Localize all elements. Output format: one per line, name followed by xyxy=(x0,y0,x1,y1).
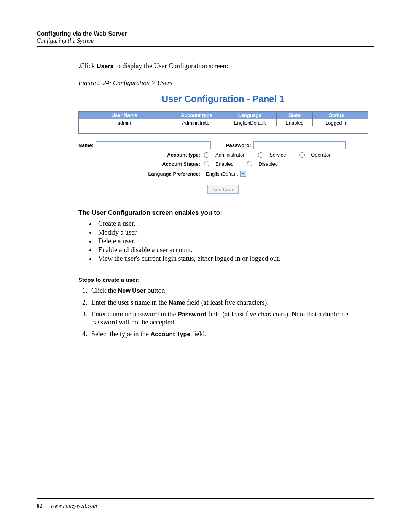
cell-username: admin xyxy=(79,119,170,126)
radio-operator[interactable] xyxy=(299,152,305,158)
radio-enabled[interactable] xyxy=(204,161,209,166)
step-item: Click the New User button. xyxy=(89,287,374,295)
step-item: Select the type in the Account Type fiel… xyxy=(89,330,374,338)
page-number: 62 xyxy=(37,503,42,509)
account-type-options: Administrator Service Operator xyxy=(204,152,343,158)
language-pref-label: Language Preference: xyxy=(139,171,200,177)
list-item: Modify a user. xyxy=(96,228,374,236)
name-label: Name: xyxy=(78,142,94,148)
step-text: field (at least five characters). xyxy=(185,299,269,306)
cell-status: Logged In xyxy=(313,119,360,126)
page-footer: 62 www.honeywell.com xyxy=(37,495,374,509)
opt-enabled: Enabled xyxy=(215,161,234,167)
intro-suffix: to display the User Configuration screen… xyxy=(113,62,228,70)
user-config-screenshot: User Configuration - Panel 1 User Name A… xyxy=(78,94,368,194)
intro-link-word: Users xyxy=(97,63,113,69)
intro-text: .Click Users to display the User Configu… xyxy=(78,62,374,70)
th-account-type: Account type xyxy=(170,112,223,119)
chevron-down-icon xyxy=(240,171,246,177)
list-item: View the user's current login status, ei… xyxy=(96,255,374,263)
radio-disabled[interactable] xyxy=(247,161,252,166)
intro-prefix: .Click xyxy=(78,62,97,70)
radio-service[interactable] xyxy=(258,152,263,158)
account-status-options: Enabled Disabled xyxy=(204,161,290,167)
password-label: Password: xyxy=(226,142,251,148)
user-table: User Name Account type Language State St… xyxy=(78,111,368,134)
step-text: field. xyxy=(190,330,206,338)
page-header: Configuring via the Web Server Configuri… xyxy=(37,30,374,47)
cell-account-type: Administrator xyxy=(170,119,223,126)
list-item: Delete a user. xyxy=(96,237,374,245)
th-blank xyxy=(360,112,368,119)
add-user-button[interactable]: Add User xyxy=(207,185,239,194)
th-language: Language xyxy=(223,112,277,119)
cell-state: Enabled xyxy=(277,119,313,126)
table-empty-area xyxy=(79,126,368,134)
step-text: Click the xyxy=(91,287,118,294)
figure-caption: Figure 2-24: Configuration > Users xyxy=(78,79,374,87)
enables-heading: The User Configuration screen enables yo… xyxy=(78,209,374,217)
list-item: Enable and disable a user account. xyxy=(96,246,374,254)
th-state: State xyxy=(277,112,313,119)
header-subtitle: Configuring the System xyxy=(37,37,374,44)
step-text: Enter a unique password in the xyxy=(91,310,178,318)
th-username: User Name xyxy=(79,112,170,119)
step-text: Select the type in the xyxy=(91,330,150,338)
step-text: button. xyxy=(146,287,167,294)
step-bold: New User xyxy=(118,288,146,294)
cell-blank xyxy=(360,119,368,126)
password-input[interactable] xyxy=(253,141,346,149)
form-area: Name: Password: Account type: Administra… xyxy=(78,141,368,194)
enables-list: Create a user. Modify a user. Delete a u… xyxy=(96,220,374,263)
step-item: Enter the user's name in the Name field … xyxy=(89,299,374,307)
footer-rule xyxy=(37,498,374,499)
steps-heading: Steps to create a user: xyxy=(78,276,374,283)
step-item: Enter a unique password in the Password … xyxy=(89,310,374,326)
cell-language: EnglishDefault xyxy=(223,119,277,126)
step-text: Enter the user's name in the xyxy=(91,299,169,306)
header-title: Configuring via the Web Server xyxy=(37,30,374,37)
step-bold: Name xyxy=(169,299,185,306)
opt-service: Service xyxy=(269,152,286,158)
steps-list: Click the New User button. Enter the use… xyxy=(89,287,374,338)
header-rule xyxy=(37,46,374,47)
account-type-label: Account type: xyxy=(155,152,200,158)
step-bold: Password xyxy=(178,311,207,318)
table-row[interactable]: admin Administrator EnglishDefault Enabl… xyxy=(79,119,368,126)
footer-url: www.honeywell.com xyxy=(51,503,97,509)
step-bold: Account Type xyxy=(150,331,190,337)
name-input[interactable] xyxy=(96,141,211,149)
list-item: Create a user. xyxy=(96,220,374,228)
opt-operator: Operator xyxy=(311,152,330,158)
radio-administrator[interactable] xyxy=(204,152,209,158)
opt-administrator: Administrator xyxy=(215,152,245,158)
opt-disabled: Disabled xyxy=(258,161,278,167)
th-status: Status xyxy=(313,112,360,119)
account-status-label: Account Status: xyxy=(155,161,200,167)
panel-title: User Configuration - Panel 1 xyxy=(78,94,368,104)
language-pref-select[interactable]: EnglishDefault xyxy=(204,170,248,177)
language-pref-value: EnglishDefault xyxy=(206,171,238,177)
